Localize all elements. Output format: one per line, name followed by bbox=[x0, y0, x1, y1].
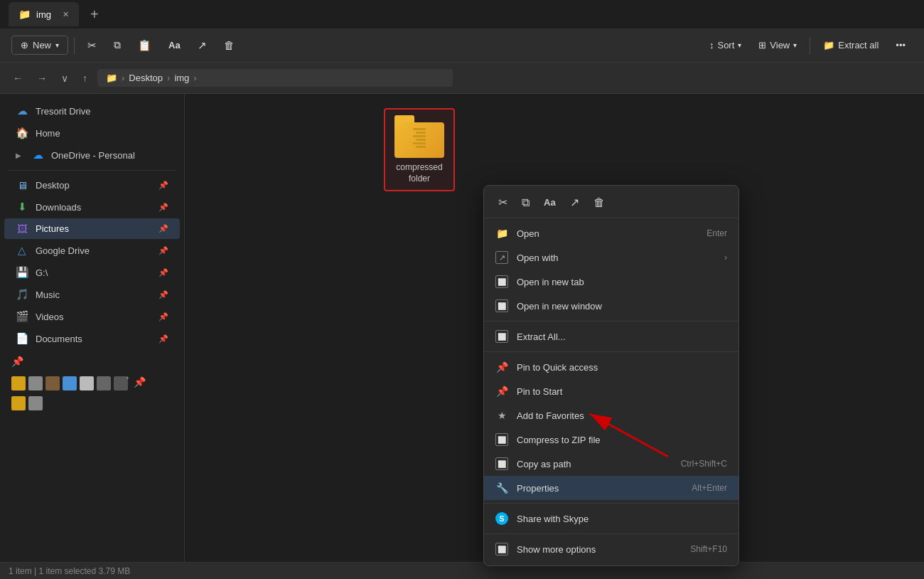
paste-icon: 📋 bbox=[138, 39, 151, 52]
pin-icon-desktop: 📌 bbox=[159, 181, 168, 190]
status-text: 1 item | 1 item selected 3.79 MB bbox=[9, 566, 130, 576]
cut-button[interactable]: ✂ bbox=[80, 36, 104, 55]
ctx-add-favorites[interactable]: ★ Add to Favorites bbox=[484, 403, 738, 427]
new-tab-button[interactable]: + bbox=[85, 6, 104, 23]
share-button[interactable]: ↗ bbox=[190, 36, 214, 55]
ctx-pin-start[interactable]: 📌 Pin to Start bbox=[484, 379, 738, 403]
pin-icon-googledrive: 📌 bbox=[159, 246, 168, 255]
sidebar: ☁ Tresorit Drive 🏠 Home ▶ ☁ OneDrive - P… bbox=[0, 94, 185, 579]
sort-button[interactable]: ↕ Sort ▾ bbox=[702, 36, 748, 54]
swatch-blue bbox=[63, 376, 77, 391]
ctx-compress-zip[interactable]: ⬜ Compress to ZIP file bbox=[484, 427, 738, 452]
sidebar-item-gdrive[interactable]: 💾 G:\ 📌 bbox=[4, 262, 180, 283]
zip-line-1 bbox=[413, 128, 426, 130]
ctx-more-label: Show more options bbox=[517, 544, 682, 555]
sidebar-label-onedrive: OneDrive - Personal bbox=[51, 150, 135, 161]
music-icon: 🎵 bbox=[16, 288, 28, 301]
ctx-properties-icon: 🔧 bbox=[495, 482, 508, 494]
ctx-extract-all[interactable]: ⬜ Extract All... bbox=[484, 324, 738, 349]
ctx-pin-quick[interactable]: 📌 Pin to Quick access bbox=[484, 355, 738, 379]
sidebar-label-tresorit: Tresorit Drive bbox=[36, 106, 91, 117]
active-tab[interactable]: 📁 img ✕ bbox=[9, 2, 79, 26]
toolbar-divider-2 bbox=[810, 37, 810, 54]
zip-folder-icon bbox=[394, 115, 444, 158]
ctx-cut-button[interactable]: ✂ bbox=[495, 194, 510, 211]
rename-button[interactable]: Aa bbox=[161, 36, 188, 54]
view-button[interactable]: ⊞ View ▾ bbox=[751, 36, 804, 54]
zip-line-4 bbox=[416, 139, 426, 141]
breadcrumb-img[interactable]: img bbox=[174, 73, 189, 83]
ctx-skype-label: Share with Skype bbox=[517, 514, 727, 524]
swatch-gray2 bbox=[80, 376, 94, 391]
delete-button[interactable]: 🗑 bbox=[217, 36, 242, 55]
ctx-open[interactable]: 📁 Open Enter bbox=[484, 221, 738, 245]
swatch-extra: + bbox=[114, 376, 128, 391]
pin-icon-videos: 📌 bbox=[159, 312, 168, 322]
googledrive-icon: △ bbox=[16, 244, 28, 257]
tab-folder-icon: 📁 bbox=[18, 9, 31, 20]
copy-button[interactable]: ⧉ bbox=[107, 36, 128, 55]
sidebar-item-tresorit[interactable]: ☁ Tresorit Drive bbox=[4, 100, 180, 122]
documents-icon: 📄 bbox=[16, 332, 28, 345]
ctx-open-icon: 📁 bbox=[495, 227, 508, 240]
breadcrumb-sep-2: › bbox=[167, 73, 170, 83]
up-button[interactable]: ↑ bbox=[78, 70, 92, 87]
ctx-open-new-window[interactable]: ⬜ Open in new window bbox=[484, 294, 738, 318]
ctx-open-with[interactable]: ↗ Open with › bbox=[484, 245, 738, 270]
folder-body bbox=[394, 122, 444, 158]
back-button[interactable]: ← bbox=[9, 70, 27, 87]
color-swatches-2 bbox=[0, 396, 184, 416]
ctx-open-shortcut: Enter bbox=[707, 228, 727, 238]
expand-icon: ▶ bbox=[16, 152, 21, 159]
ctx-compress-icon: ⬜ bbox=[495, 433, 508, 446]
ctx-open-new-window-label: Open in new window bbox=[517, 301, 727, 312]
ctx-copy-button[interactable]: ⧉ bbox=[519, 195, 532, 211]
title-bar: 📁 img ✕ + bbox=[0, 0, 924, 28]
file-item-compressed[interactable]: compressed folder bbox=[384, 108, 455, 191]
cut-icon: ✂ bbox=[87, 39, 97, 52]
new-icon: ⊕ bbox=[21, 40, 28, 51]
desktop-icon: 🖥 bbox=[16, 179, 28, 191]
ctx-delete-button[interactable]: 🗑 bbox=[591, 195, 608, 211]
ctx-pin-start-label: Pin to Start bbox=[517, 386, 727, 397]
breadcrumb-folder-icon: 📁 bbox=[106, 73, 117, 83]
breadcrumb[interactable]: 📁 › Desktop › img › bbox=[97, 69, 453, 87]
sidebar-item-googledrive[interactable]: △ Google Drive 📌 bbox=[4, 240, 180, 261]
ctx-open-label: Open bbox=[517, 228, 698, 239]
sidebar-item-pictures[interactable]: 🖼 Pictures 📌 bbox=[4, 218, 180, 239]
sidebar-item-desktop[interactable]: 🖥 Desktop 📌 bbox=[4, 175, 180, 196]
ctx-open-new-tab[interactable]: ⬜ Open in new tab bbox=[484, 270, 738, 294]
dropdown-button[interactable]: ∨ bbox=[57, 70, 72, 87]
ctx-extract-icon: ⬜ bbox=[495, 330, 508, 343]
breadcrumb-desktop[interactable]: Desktop bbox=[129, 73, 163, 83]
paste-button[interactable]: 📋 bbox=[131, 36, 159, 55]
extract-icon: 📁 bbox=[823, 40, 834, 51]
sidebar-item-music[interactable]: 🎵 Music 📌 bbox=[4, 284, 180, 305]
more-options-button[interactable]: ••• bbox=[888, 36, 913, 54]
sidebar-item-onedrive[interactable]: ▶ ☁ OneDrive - Personal bbox=[4, 144, 180, 166]
ctx-share-button[interactable]: ↗ bbox=[567, 194, 582, 211]
swatch-yellow bbox=[11, 376, 26, 391]
ctx-compress-label: Compress to ZIP file bbox=[517, 435, 727, 445]
forward-button[interactable]: → bbox=[33, 70, 51, 87]
pin-icon-downloads: 📌 bbox=[159, 203, 168, 212]
sidebar-item-downloads[interactable]: ⬇ Downloads 📌 bbox=[4, 196, 180, 218]
extract-all-button[interactable]: 📁 Extract all bbox=[816, 36, 886, 54]
ctx-properties[interactable]: 🔧 Properties Alt+Enter bbox=[484, 476, 738, 500]
new-dropdown-icon: ▾ bbox=[55, 41, 59, 49]
sidebar-item-videos[interactable]: 🎬 Videos 📌 bbox=[4, 306, 180, 327]
sidebar-label-videos: Videos bbox=[36, 312, 64, 322]
tab-close-button[interactable]: ✕ bbox=[63, 10, 69, 19]
new-label: New bbox=[33, 40, 51, 51]
ctx-share-skype[interactable]: S Share with Skype bbox=[484, 506, 738, 531]
toolbar-divider-1 bbox=[74, 37, 75, 54]
sidebar-label-pictures: Pictures bbox=[36, 223, 69, 234]
sidebar-item-home[interactable]: 🏠 Home bbox=[4, 122, 180, 144]
ctx-more-options[interactable]: ⬜ Show more options Shift+F10 bbox=[484, 537, 738, 561]
new-button[interactable]: ⊕ New ▾ bbox=[11, 36, 68, 55]
pin-icon-pictures: 📌 bbox=[159, 224, 168, 233]
ctx-rename-button[interactable]: Aa bbox=[541, 196, 559, 209]
ctx-divider-3 bbox=[484, 503, 738, 504]
ctx-copy-path[interactable]: ⬜ Copy as path Ctrl+Shift+C bbox=[484, 452, 738, 476]
sidebar-item-documents[interactable]: 📄 Documents 📌 bbox=[4, 328, 180, 349]
